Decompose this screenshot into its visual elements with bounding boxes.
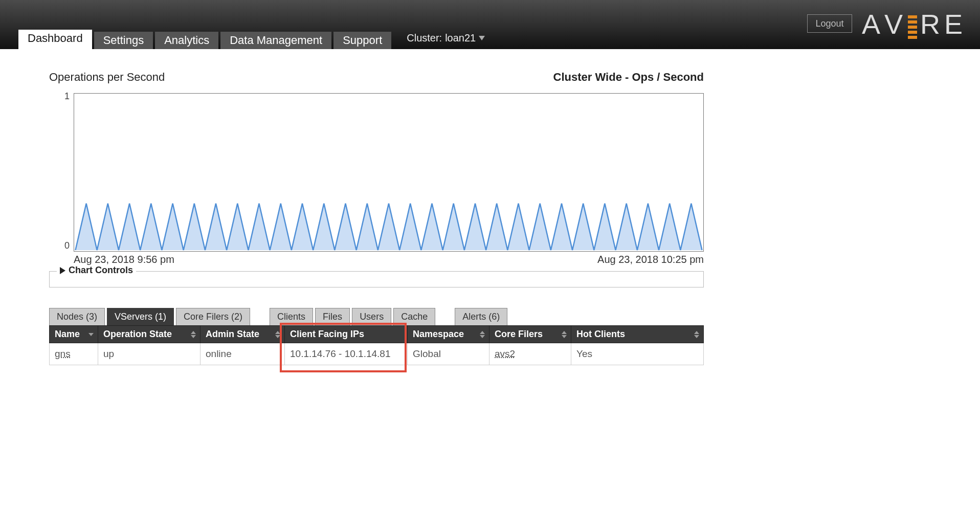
- cluster-picker-name: loan21: [445, 32, 476, 44]
- y-tick-high: 1: [64, 91, 70, 102]
- vservers-table: Name Operation State Admin State Client …: [49, 325, 704, 365]
- subtab-vservers[interactable]: VServers (1): [107, 308, 174, 325]
- core-filer-link[interactable]: avs2: [495, 348, 515, 359]
- cluster-picker[interactable]: Cluster: loan21: [407, 32, 485, 47]
- cell-admin-state: online: [201, 343, 285, 365]
- sort-icon: [694, 331, 699, 338]
- chevron-down-icon: [479, 36, 485, 40]
- cell-client-facing-ips: 10.1.14.76 - 10.1.14.81: [285, 343, 408, 365]
- brand-logo: A V R E: [862, 4, 965, 44]
- tab-data-management[interactable]: Data Management: [220, 32, 331, 49]
- y-tick-low: 0: [64, 240, 70, 251]
- chart-title-right: Cluster Wide - Ops / Second: [553, 71, 704, 84]
- chart-x-labels: Aug 23, 2018 9:56 pm Aug 23, 2018 10:25 …: [74, 254, 704, 265]
- top-bar: Logout A V R E Dashboard Settings Analyt…: [0, 0, 980, 49]
- subtab-clients[interactable]: Clients: [270, 308, 313, 325]
- chart-header: Operations per Second Cluster Wide - Ops…: [49, 71, 704, 84]
- sort-icon: [562, 331, 567, 338]
- chart-controls[interactable]: Chart Controls: [49, 271, 704, 287]
- ops-chart-plot[interactable]: [74, 93, 704, 252]
- sort-icon: [480, 331, 485, 338]
- cluster-picker-label: Cluster:: [407, 32, 442, 44]
- subtab-alerts[interactable]: Alerts (6): [455, 308, 507, 325]
- chart-controls-toggle[interactable]: Chart Controls: [57, 265, 136, 276]
- logout-button[interactable]: Logout: [807, 14, 852, 33]
- table-row: gns up online 10.1.14.76 - 10.1.14.81 Gl…: [50, 343, 704, 365]
- col-name[interactable]: Name: [50, 326, 98, 343]
- subtab-users[interactable]: Users: [352, 308, 391, 325]
- col-core-filers[interactable]: Core Filers: [489, 326, 571, 343]
- chart-title-left: Operations per Second: [49, 71, 165, 84]
- subtab-cache[interactable]: Cache: [393, 308, 435, 325]
- vservers-table-container: Name Operation State Admin State Client …: [49, 325, 704, 365]
- logo-letter-v: V: [884, 8, 905, 40]
- tab-support[interactable]: Support: [333, 32, 391, 49]
- lower-tabs: Nodes (3) VServers (1) Core Filers (2) C…: [49, 308, 704, 325]
- col-hot-clients[interactable]: Hot Clients: [571, 326, 704, 343]
- logo-letter-e2: E: [944, 8, 965, 40]
- sort-icon: [275, 331, 280, 338]
- col-namespace[interactable]: Namespace: [408, 326, 489, 343]
- cell-hot-clients: Yes: [571, 343, 704, 365]
- x-start-label: Aug 23, 2018 9:56 pm: [74, 254, 174, 265]
- sort-icon: [191, 331, 196, 338]
- tab-analytics[interactable]: Analytics: [155, 32, 218, 49]
- col-operation-state[interactable]: Operation State: [98, 326, 201, 343]
- chart-svg: [74, 94, 703, 251]
- subtab-core-filers[interactable]: Core Filers (2): [176, 308, 250, 325]
- logo-letter-e-icon: [908, 9, 917, 39]
- logo-letter-a: A: [862, 8, 882, 40]
- subtab-files[interactable]: Files: [315, 308, 350, 325]
- triangle-right-icon: [60, 267, 65, 274]
- sort-icon: [88, 333, 94, 336]
- cell-operation-state: up: [98, 343, 201, 365]
- cell-name[interactable]: gns: [50, 343, 98, 365]
- subtab-nodes[interactable]: Nodes (3): [49, 308, 105, 325]
- chart-wrap: 1 0 Aug 23, 2018 9:56 pm Aug 23, 2018 10…: [74, 93, 704, 262]
- col-client-facing-ips[interactable]: Client Facing IPs: [285, 326, 408, 343]
- main-tabs: Dashboard Settings Analytics Data Manage…: [18, 30, 485, 49]
- content-area: Operations per Second Cluster Wide - Ops…: [49, 71, 704, 365]
- logo-letter-r: R: [920, 8, 942, 40]
- tab-settings[interactable]: Settings: [94, 32, 153, 49]
- col-admin-state[interactable]: Admin State: [201, 326, 285, 343]
- tab-dashboard[interactable]: Dashboard: [18, 30, 92, 49]
- cell-core-filers[interactable]: avs2: [489, 343, 571, 365]
- cell-namespace: Global: [408, 343, 489, 365]
- chart-controls-label: Chart Controls: [69, 265, 133, 276]
- vserver-link[interactable]: gns: [55, 348, 71, 359]
- x-end-label: Aug 23, 2018 10:25 pm: [597, 254, 704, 265]
